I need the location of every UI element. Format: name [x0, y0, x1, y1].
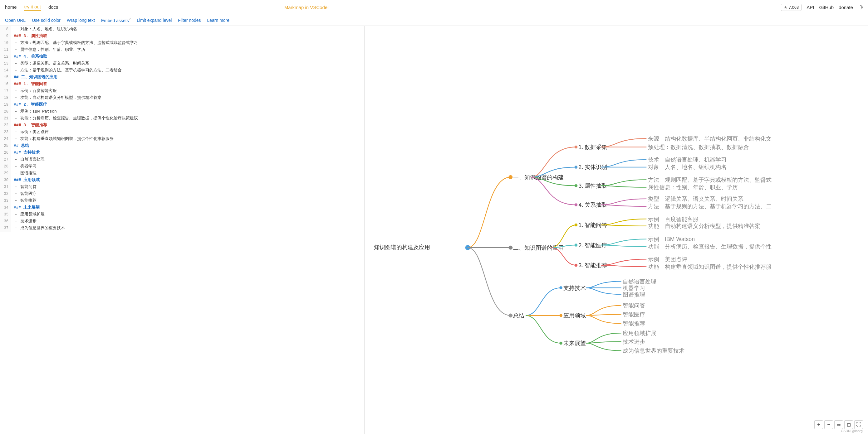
star-button[interactable]: ★ 7,063 — [781, 4, 802, 11]
limit-expand-level-link[interactable]: Limit expand level — [137, 18, 172, 23]
editor-line: 33－ 智能推荐 — [0, 197, 364, 204]
line-content: ### 1. 智能问答 — [11, 81, 364, 88]
zoom-out-button[interactable]: − — [824, 420, 833, 429]
nav-home[interactable]: home — [5, 4, 17, 10]
editor-line: 37－ 成为信息世界的重要技术 — [0, 225, 364, 232]
nav-docs[interactable]: docs — [49, 4, 58, 10]
line-number: 34 — [0, 204, 11, 211]
line-content: ### 3. 智能推荐 — [11, 122, 364, 129]
line-content: ### 2. 智能医疗 — [11, 101, 364, 108]
line-number: 12 — [0, 53, 11, 60]
editor-line: 11－ 属性信息：性别、年龄、职业、学历 — [0, 46, 364, 53]
editor-line: 25## 总结 — [0, 142, 364, 149]
svg-point-8 — [575, 166, 578, 169]
line-number: 14 — [0, 67, 11, 74]
editor-line: 22### 3. 智能推荐 — [0, 122, 364, 129]
line-content: － 方法：基于规则的方法、基于机器学习的方法、二者结合 — [11, 67, 364, 74]
line-content: ### 3. 属性抽取 — [11, 33, 364, 40]
editor-line: 24－ 功能：构建垂直领域知识图谱，提供个性化推荐服务 — [0, 136, 364, 142]
editor-line: 12### 4. 关系抽取 — [0, 53, 364, 60]
fit-width-button[interactable]: ⇔ — [834, 420, 843, 429]
line-number: 20 — [0, 108, 11, 115]
editor-line: 14－ 方法：基于规则的方法、基于机器学习的方法、二者结合 — [0, 67, 364, 74]
fit-page-button[interactable]: ⊡ — [844, 420, 853, 429]
line-number: 21 — [0, 115, 11, 122]
embed-assets-sup: ? — [129, 18, 131, 21]
toolbar: Open URL Use solid color Wrap long text … — [0, 15, 868, 26]
editor-line: 13－ 类型：逻辑关系、语义关系、时间关系 — [0, 60, 364, 67]
star-count: 7,063 — [789, 5, 799, 10]
editor-line: 18－ 功能：自动构建语义分析模型，提供精准答案 — [0, 95, 364, 101]
line-number: 10 — [0, 40, 11, 46]
editor-line: 28－ 机器学习 — [0, 163, 364, 170]
line-content: － 图谱推理 — [11, 170, 364, 177]
svg-point-26 — [575, 243, 578, 246]
line-content: － 技术进步 — [11, 218, 364, 225]
fullscreen-button[interactable]: ⛶ — [854, 420, 863, 429]
line-content: － 应用领域扩展 — [11, 211, 364, 218]
embed-assets-link[interactable]: Embed assets? — [101, 18, 130, 23]
svg-text:支持技术: 支持技术 — [563, 285, 586, 291]
line-content: － 示例：百度智能客服 — [11, 88, 364, 95]
line-number: 32 — [0, 191, 11, 197]
line-number: 22 — [0, 122, 11, 129]
svg-text:机器学习: 机器学习 — [623, 285, 645, 291]
line-number: 29 — [0, 170, 11, 177]
nav-try-it-out[interactable]: try it out — [24, 4, 41, 10]
editor-line: 16### 1. 智能问答 — [0, 81, 364, 88]
line-number: 28 — [0, 163, 11, 170]
svg-point-34 — [508, 313, 513, 318]
zoom-in-button[interactable]: + — [814, 420, 823, 429]
editor-line: 36－ 技术进步 — [0, 218, 364, 225]
nav-api[interactable]: API — [807, 5, 814, 10]
svg-text:智能问答: 智能问答 — [623, 302, 645, 309]
line-content: ### 4. 关系抽取 — [11, 53, 364, 60]
editor-panel: 8－ 对象：人名、地名、组织机构名9### 3. 属性抽取10－ 方法：规则匹配… — [0, 26, 365, 434]
svg-text:成为信息世界的重要技术: 成为信息世界的重要技术 — [623, 347, 684, 354]
svg-point-30 — [575, 263, 578, 267]
zoom-controls: + − ⇔ ⊡ ⛶ — [814, 420, 863, 429]
line-content: ### 应用领域 — [11, 177, 364, 183]
editor-area[interactable]: 8－ 对象：人名、地名、组织机构名9### 3. 属性抽取10－ 方法：规则匹配… — [0, 26, 364, 434]
editor-line: 29－ 图谱推理 — [0, 170, 364, 177]
line-content: ## 总结 — [11, 142, 364, 149]
line-content: － 智能医疗 — [11, 191, 364, 197]
svg-text:图谱推理: 图谱推理 — [623, 291, 645, 297]
editor-line: 23－ 示例：美团点评 — [0, 129, 364, 136]
svg-text:示例：IBM Watson: 示例：IBM Watson — [648, 236, 695, 242]
line-number: 18 — [0, 95, 11, 101]
vscode-link[interactable]: Markmap in VSCode! — [284, 5, 329, 10]
line-number: 11 — [0, 46, 11, 53]
line-number: 16 — [0, 81, 11, 88]
svg-text:技术：自然语言处理、机器学习: 技术：自然语言处理、机器学习 — [648, 157, 726, 163]
svg-point-4 — [575, 145, 578, 148]
line-content: － 智能推荐 — [11, 197, 364, 204]
wrap-long-text-link[interactable]: Wrap long text — [67, 18, 95, 23]
svg-text:对象：人名、地名、组织机构名: 对象：人名、地名、组织机构名 — [648, 164, 726, 170]
line-number: 8 — [0, 26, 11, 33]
use-solid-color-link[interactable]: Use solid color — [32, 18, 61, 23]
svg-point-36 — [559, 286, 562, 289]
mindmap-panel[interactable]: .node-text { font-family: sans-serif; fo… — [365, 26, 868, 434]
line-content: － 智能问答 — [11, 183, 364, 191]
svg-text:示例：美团点评: 示例：美团点评 — [648, 256, 687, 262]
svg-text:功能：分析病历、检查报告、生理数据，提供个性: 功能：分析病历、检查报告、生理数据，提供个性 — [648, 243, 772, 250]
line-content: － 机器学习 — [11, 163, 364, 170]
nav-donate[interactable]: donate — [839, 5, 853, 10]
editor-line: 34### 未来展望 — [0, 204, 364, 211]
filter-nodes-link[interactable]: Filter nodes — [178, 18, 201, 23]
learn-more-link[interactable]: Learn more — [207, 18, 230, 23]
line-content: － 功能：自动构建语义分析模型，提供精准答案 — [11, 95, 364, 101]
open-url-link[interactable]: Open URL — [5, 18, 26, 23]
editor-line: 20－ 示例：IBM Watson — [0, 108, 364, 115]
main: 8－ 对象：人名、地名、组织机构名9### 3. 属性抽取10－ 方法：规则匹配… — [0, 26, 868, 434]
line-number: 25 — [0, 142, 11, 149]
header: home try it out docs Markmap in VSCode! … — [0, 0, 868, 15]
line-content: － 类型：逻辑关系、语义关系、时间关系 — [11, 60, 364, 67]
right-section: ★ 7,063 API GitHub donate ☽ — [781, 4, 863, 11]
svg-text:未来展望: 未来展望 — [563, 340, 586, 346]
line-number: 33 — [0, 197, 11, 204]
theme-toggle[interactable]: ☽ — [858, 4, 863, 11]
nav-github[interactable]: GitHub — [819, 5, 834, 10]
line-number: 23 — [0, 129, 11, 136]
